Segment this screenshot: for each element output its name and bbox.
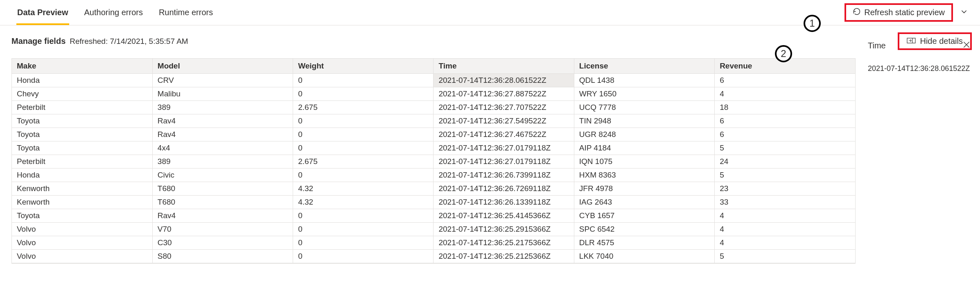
cell-make[interactable]: Honda	[12, 74, 152, 87]
tab-authoring-errors[interactable]: Authoring errors	[84, 0, 144, 25]
cell-license[interactable]: DLR 4575	[574, 236, 714, 250]
cell-make[interactable]: Toyota	[12, 128, 152, 141]
cell-weight[interactable]: 0	[293, 209, 434, 223]
cell-license[interactable]: JFR 4978	[574, 182, 714, 196]
expand-dropdown-button[interactable]	[956, 5, 972, 20]
cell-weight[interactable]: 0	[293, 74, 434, 87]
cell-model[interactable]: Rav4	[152, 128, 293, 141]
table-row[interactable]: HondaCRV02021-07-14T12:36:28.061522ZQDL …	[12, 74, 855, 87]
cell-weight[interactable]: 0	[293, 141, 434, 155]
cell-weight[interactable]: 4.32	[293, 196, 434, 209]
cell-license[interactable]: SPC 6542	[574, 223, 714, 236]
cell-model[interactable]: S80	[152, 250, 293, 263]
cell-model[interactable]: T680	[152, 182, 293, 196]
table-row[interactable]: Peterbilt3892.6752021-07-14T12:36:27.017…	[12, 155, 855, 169]
cell-license[interactable]: AIP 4184	[574, 141, 714, 155]
cell-make[interactable]: Volvo	[12, 250, 152, 263]
cell-time[interactable]: 2021-07-14T12:36:26.7269118Z	[434, 182, 574, 196]
col-header-license[interactable]: License	[574, 59, 714, 74]
table-row[interactable]: ToyotaRav402021-07-14T12:36:25.4145366ZC…	[12, 209, 855, 223]
cell-license[interactable]: IQN 1075	[574, 155, 714, 169]
cell-time[interactable]: 2021-07-14T12:36:27.707522Z	[434, 101, 574, 114]
cell-model[interactable]: Malibu	[152, 87, 293, 101]
col-header-weight[interactable]: Weight	[293, 59, 434, 74]
table-row[interactable]: Toyota4x402021-07-14T12:36:27.0179118ZAI…	[12, 141, 855, 155]
cell-license[interactable]: UCQ 7778	[574, 101, 714, 114]
refresh-static-preview-button[interactable]: Refresh static preview	[845, 3, 953, 22]
cell-model[interactable]: Rav4	[152, 114, 293, 128]
cell-revenue[interactable]: 5	[715, 141, 855, 155]
cell-model[interactable]: Civic	[152, 169, 293, 182]
cell-revenue[interactable]: 23	[715, 182, 855, 196]
cell-model[interactable]: V70	[152, 223, 293, 236]
cell-revenue[interactable]: 4	[715, 236, 855, 250]
close-detail-button[interactable]	[961, 39, 972, 52]
cell-weight[interactable]: 0	[293, 114, 434, 128]
table-row[interactable]: ToyotaRav402021-07-14T12:36:27.549522ZTI…	[12, 114, 855, 128]
cell-time[interactable]: 2021-07-14T12:36:25.2915366Z	[434, 223, 574, 236]
cell-license[interactable]: CYB 1657	[574, 209, 714, 223]
table-row[interactable]: VolvoS8002021-07-14T12:36:25.2125366ZLKK…	[12, 250, 855, 263]
cell-model[interactable]: 389	[152, 101, 293, 114]
cell-weight[interactable]: 0	[293, 128, 434, 141]
cell-revenue[interactable]: 5	[715, 169, 855, 182]
cell-time[interactable]: 2021-07-14T12:36:27.0179118Z	[434, 155, 574, 169]
table-row[interactable]: ToyotaRav402021-07-14T12:36:27.467522ZUG…	[12, 128, 855, 141]
cell-make[interactable]: Volvo	[12, 223, 152, 236]
cell-license[interactable]: IAG 2643	[574, 196, 714, 209]
cell-weight[interactable]: 2.675	[293, 155, 434, 169]
table-row[interactable]: VolvoC3002021-07-14T12:36:25.2175366ZDLR…	[12, 236, 855, 250]
cell-model[interactable]: 389	[152, 155, 293, 169]
cell-time[interactable]: 2021-07-14T12:36:25.2175366Z	[434, 236, 574, 250]
cell-make[interactable]: Kenworth	[12, 182, 152, 196]
cell-license[interactable]: HXM 8363	[574, 169, 714, 182]
table-row[interactable]: VolvoV7002021-07-14T12:36:25.2915366ZSPC…	[12, 223, 855, 236]
cell-revenue[interactable]: 6	[715, 74, 855, 87]
cell-time[interactable]: 2021-07-14T12:36:25.4145366Z	[434, 209, 574, 223]
cell-weight[interactable]: 2.675	[293, 101, 434, 114]
cell-license[interactable]: UGR 8248	[574, 128, 714, 141]
cell-weight[interactable]: 0	[293, 236, 434, 250]
tab-data-preview[interactable]: Data Preview	[16, 0, 69, 25]
cell-revenue[interactable]: 4	[715, 223, 855, 236]
cell-time[interactable]: 2021-07-14T12:36:28.061522Z	[434, 74, 574, 87]
cell-weight[interactable]: 0	[293, 87, 434, 101]
cell-make[interactable]: Volvo	[12, 236, 152, 250]
cell-time[interactable]: 2021-07-14T12:36:26.1339118Z	[434, 196, 574, 209]
cell-weight[interactable]: 4.32	[293, 182, 434, 196]
cell-time[interactable]: 2021-07-14T12:36:26.7399118Z	[434, 169, 574, 182]
cell-license[interactable]: LKK 7040	[574, 250, 714, 263]
cell-time[interactable]: 2021-07-14T12:36:27.549522Z	[434, 114, 574, 128]
cell-make[interactable]: Peterbilt	[12, 155, 152, 169]
cell-license[interactable]: TIN 2948	[574, 114, 714, 128]
cell-revenue[interactable]: 18	[715, 101, 855, 114]
cell-revenue[interactable]: 5	[715, 250, 855, 263]
cell-model[interactable]: CRV	[152, 74, 293, 87]
table-row[interactable]: KenworthT6804.322021-07-14T12:36:26.7269…	[12, 182, 855, 196]
cell-make[interactable]: Toyota	[12, 141, 152, 155]
cell-revenue[interactable]: 4	[715, 87, 855, 101]
col-header-model[interactable]: Model	[152, 59, 293, 74]
col-header-time[interactable]: Time	[434, 59, 574, 74]
cell-time[interactable]: 2021-07-14T12:36:27.467522Z	[434, 128, 574, 141]
cell-make[interactable]: Chevy	[12, 87, 152, 101]
col-header-make[interactable]: Make	[12, 59, 152, 74]
cell-time[interactable]: 2021-07-14T12:36:25.2125366Z	[434, 250, 574, 263]
cell-revenue[interactable]: 33	[715, 196, 855, 209]
cell-license[interactable]: WRY 1650	[574, 87, 714, 101]
table-row[interactable]: KenworthT6804.322021-07-14T12:36:26.1339…	[12, 196, 855, 209]
cell-make[interactable]: Peterbilt	[12, 101, 152, 114]
cell-make[interactable]: Kenworth	[12, 196, 152, 209]
cell-revenue[interactable]: 4	[715, 209, 855, 223]
cell-time[interactable]: 2021-07-14T12:36:27.0179118Z	[434, 141, 574, 155]
table-row[interactable]: HondaCivic02021-07-14T12:36:26.7399118ZH…	[12, 169, 855, 182]
cell-weight[interactable]: 0	[293, 223, 434, 236]
cell-weight[interactable]: 0	[293, 169, 434, 182]
cell-weight[interactable]: 0	[293, 250, 434, 263]
cell-make[interactable]: Toyota	[12, 209, 152, 223]
cell-license[interactable]: QDL 1438	[574, 74, 714, 87]
cell-model[interactable]: T680	[152, 196, 293, 209]
cell-revenue[interactable]: 6	[715, 128, 855, 141]
cell-model[interactable]: Rav4	[152, 209, 293, 223]
cell-revenue[interactable]: 24	[715, 155, 855, 169]
